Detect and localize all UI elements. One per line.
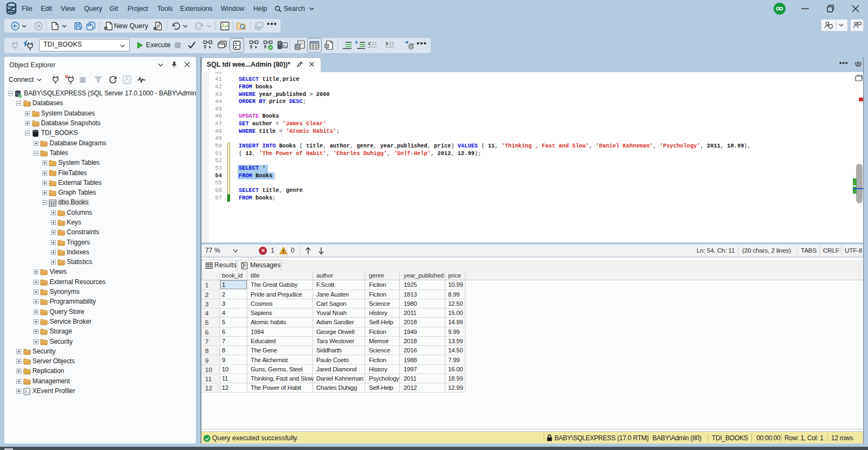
svg-text:@: @ (408, 42, 414, 50)
